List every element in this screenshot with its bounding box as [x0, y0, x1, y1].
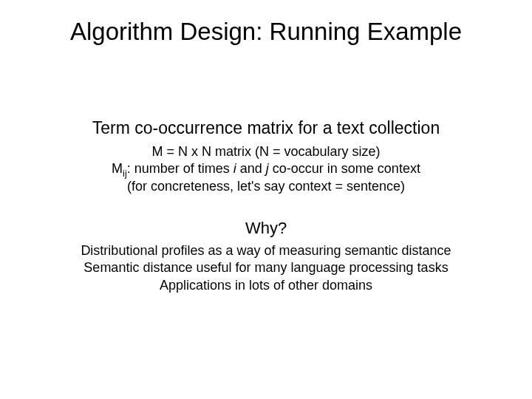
def-l2d: co-occur in some context	[269, 161, 420, 176]
def-line-2: Mij: number of times i and j co-occur in…	[0, 160, 532, 177]
slide-title: Algorithm Design: Running Example	[0, 18, 532, 46]
definition-block: M = N x N matrix (N = vocabulary size) M…	[0, 143, 532, 195]
why-line-2: Semantic distance useful for many langua…	[0, 259, 532, 276]
def-l2b: : number of times	[127, 161, 233, 176]
def-line-1: M = N x N matrix (N = vocabulary size)	[0, 143, 532, 160]
subtitle: Term co-occurrence matrix for a text col…	[0, 118, 532, 138]
why-line-3: Applications in lots of other domains	[0, 277, 532, 294]
def-l2c: and	[236, 161, 266, 176]
why-line-1: Distributional profiles as a way of meas…	[0, 242, 532, 259]
why-block: Distributional profiles as a way of meas…	[0, 242, 532, 294]
def-m: M	[112, 161, 123, 176]
def-line-3: (for concreteness, let's say context = s…	[0, 178, 532, 195]
why-heading: Why?	[0, 219, 532, 238]
slide: Algorithm Design: Running Example Term c…	[0, 0, 532, 399]
